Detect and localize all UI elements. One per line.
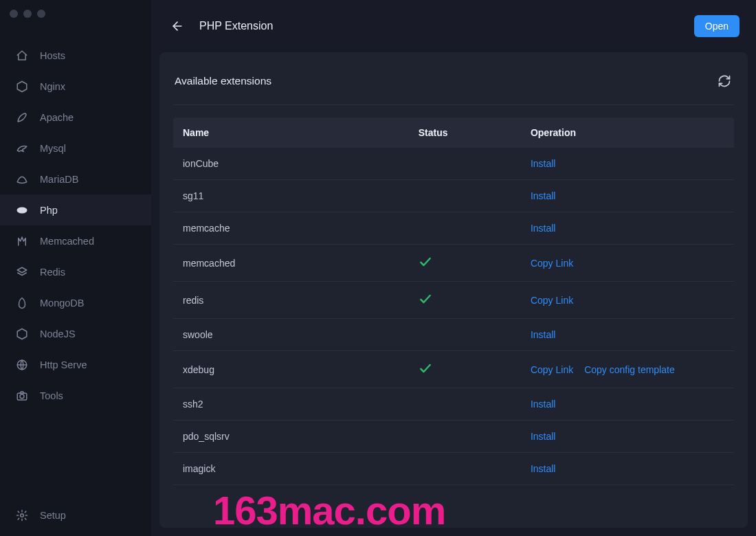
sidebar-item-label: Php	[40, 205, 58, 216]
sidebar-item-label: Apache	[40, 112, 74, 123]
install-link[interactable]: Install	[531, 190, 556, 201]
ext-operation: Install	[521, 453, 734, 485]
panel-title: Available extensions	[173, 75, 271, 87]
globe-icon	[15, 358, 29, 372]
page-title: PHP Extension	[199, 20, 273, 32]
ext-name: pdo_sqlsrv	[173, 421, 409, 453]
install-link[interactable]: Install	[531, 223, 556, 234]
ext-name: ssh2	[173, 388, 409, 421]
install-link[interactable]: Install	[531, 463, 556, 474]
table-row: pdo_sqlsrvInstall	[173, 421, 734, 453]
camera-icon	[15, 389, 29, 403]
sidebar-item-label: Setup	[40, 510, 66, 521]
col-name: Name	[173, 118, 409, 148]
ext-status	[409, 351, 521, 388]
ext-status	[409, 319, 521, 351]
sidebar-item-apache[interactable]: Apache	[0, 102, 151, 133]
table-row: ssh2Install	[173, 388, 734, 421]
table-row: sg11Install	[173, 180, 734, 212]
arrow-left-icon	[170, 19, 184, 33]
check-icon	[419, 255, 432, 269]
ext-operation: Install	[521, 421, 734, 453]
extensions-panel: Available extensions Name Status Operati…	[159, 52, 748, 528]
nginx-icon	[15, 80, 29, 93]
main-content: PHP Extension Open Available extensions …	[151, 0, 756, 536]
ext-operation: Install	[521, 180, 734, 212]
install-link[interactable]: Install	[531, 431, 556, 442]
sidebar-item-hosts[interactable]: Hosts	[0, 40, 151, 71]
sidebar-item-label: Nginx	[40, 81, 65, 92]
copy_link-link[interactable]: Copy Link	[531, 258, 573, 269]
sidebar-item-label: Mysql	[40, 143, 66, 154]
col-status: Status	[409, 118, 521, 148]
col-operation: Operation	[521, 118, 734, 148]
ext-status	[409, 282, 521, 319]
table-row: imagickInstall	[173, 453, 734, 485]
copy_config-link[interactable]: Copy config template	[584, 364, 675, 375]
ext-name: sg11	[173, 180, 409, 212]
ext-status	[409, 245, 521, 282]
sidebar-item-label: Hosts	[40, 50, 65, 61]
svg-marker-3	[17, 328, 27, 339]
copy_link-link[interactable]: Copy Link	[531, 364, 573, 375]
ext-operation: Install	[521, 319, 734, 351]
memcached-icon	[15, 234, 29, 248]
ext-name: redis	[173, 282, 409, 319]
sidebar-item-label: Tools	[40, 390, 63, 401]
sidebar-item-setup[interactable]: Setup	[0, 500, 151, 531]
sidebar-item-http-serve[interactable]: Http Serve	[0, 349, 151, 380]
ext-name: memcache	[173, 212, 409, 245]
copy_link-link[interactable]: Copy Link	[531, 295, 573, 306]
sidebar-item-tools[interactable]: Tools	[0, 380, 151, 411]
sidebar-item-mongodb[interactable]: MongoDB	[0, 287, 151, 318]
sidebar-item-memcached[interactable]: Memcached	[0, 225, 151, 256]
sidebar-item-redis[interactable]: Redis	[0, 256, 151, 287]
ext-operation: Copy LinkCopy config template	[521, 351, 734, 388]
ext-name: swoole	[173, 319, 409, 351]
ext-name: memcached	[173, 245, 409, 282]
ext-status	[409, 212, 521, 245]
install-link[interactable]: Install	[531, 399, 556, 410]
sidebar-item-label: Memcached	[40, 236, 94, 247]
traffic-light-close-icon[interactable]	[10, 10, 18, 18]
svg-point-6	[20, 394, 24, 398]
window-controls	[0, 0, 45, 27]
traffic-light-min-icon[interactable]	[23, 10, 32, 18]
ext-status	[409, 388, 521, 421]
svg-point-7	[21, 513, 24, 517]
ext-operation: Install	[521, 388, 734, 421]
ext-status	[409, 421, 521, 453]
table-row: ionCubeInstall	[173, 148, 734, 180]
table-row: swooleInstall	[173, 319, 734, 351]
sidebar-item-nodejs[interactable]: NodeJS	[0, 318, 151, 349]
sidebar-item-label: NodeJS	[40, 328, 76, 339]
ext-name: ionCube	[173, 148, 409, 180]
ext-operation: Copy Link	[521, 282, 734, 319]
back-button[interactable]	[168, 16, 187, 36]
ext-operation: Install	[521, 148, 734, 180]
table-row: redisCopy Link	[173, 282, 734, 319]
install-link[interactable]: Install	[531, 158, 556, 169]
check-icon	[419, 361, 432, 375]
ext-operation: Copy Link	[521, 245, 734, 282]
node-icon	[15, 327, 29, 341]
svg-marker-2	[17, 267, 27, 273]
table-header-row: Name Status Operation	[173, 118, 734, 148]
sidebar-item-label: Http Serve	[40, 359, 87, 370]
ext-status	[409, 148, 521, 180]
sidebar-item-mariadb[interactable]: MariaDB	[0, 164, 151, 194]
ext-name: imagick	[173, 453, 409, 485]
refresh-icon	[718, 74, 731, 88]
install-link[interactable]: Install	[531, 329, 556, 340]
refresh-button[interactable]	[715, 71, 734, 91]
seal-icon	[15, 172, 29, 186]
table-row: xdebugCopy LinkCopy config template	[173, 351, 734, 388]
feather-icon	[15, 111, 29, 124]
sidebar-item-mysql[interactable]: Mysql	[0, 133, 151, 164]
sidebar-item-php[interactable]: Php	[0, 194, 151, 225]
sidebar-item-nginx[interactable]: Nginx	[0, 71, 151, 102]
extensions-table: Name Status Operation ionCubeInstallsg11…	[173, 118, 734, 485]
check-icon	[419, 292, 432, 306]
traffic-light-zoom-icon[interactable]	[37, 10, 45, 18]
open-button[interactable]: Open	[694, 15, 740, 37]
